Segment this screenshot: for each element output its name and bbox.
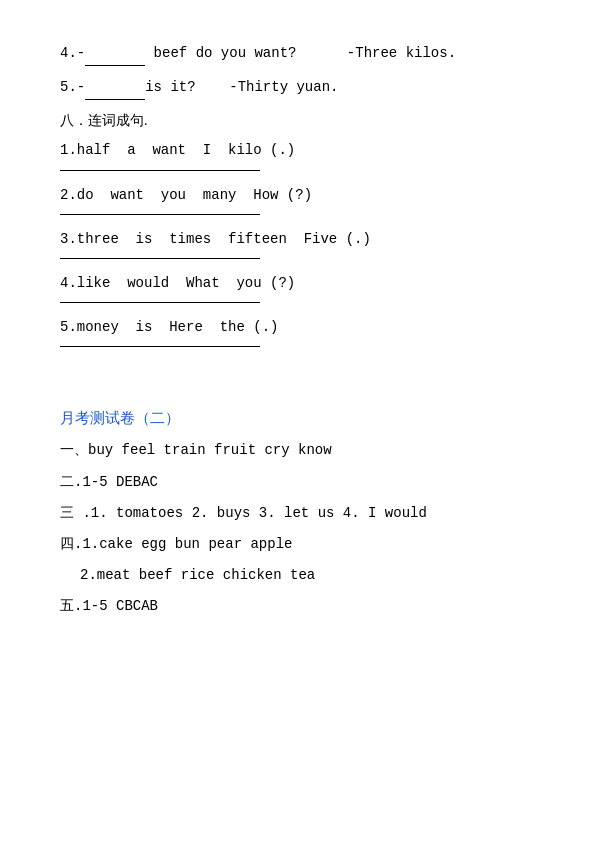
er-text: 1-5 DEBAC bbox=[82, 474, 158, 490]
q5-text: 5.- is it? -Thirty yuan. bbox=[60, 74, 535, 100]
item-4-words: 4.like would What you (?) bbox=[60, 271, 535, 296]
si-text2: 2.meat beef rice chicken tea bbox=[80, 567, 315, 583]
item-3-words: 3.three is times fifteen Five (.) bbox=[60, 227, 535, 252]
item-4-answer-line bbox=[60, 302, 260, 303]
san-label: 三 . bbox=[60, 505, 91, 521]
answer-yi: 一、buy feel train fruit cry know bbox=[60, 438, 535, 463]
item-2-words: 2.do want you many How (?) bbox=[60, 183, 535, 208]
section8-title: 八．连词成句. bbox=[60, 112, 535, 130]
item-1-words: 1.half a want I kilo (.) bbox=[60, 138, 535, 163]
item-1-answer-line bbox=[60, 170, 260, 171]
yi-label: 一、 bbox=[60, 442, 88, 458]
er-label: 二. bbox=[60, 474, 82, 490]
item-4: 4.like would What you (?) bbox=[60, 271, 535, 303]
wu-label: 五. bbox=[60, 598, 82, 614]
san-text: 1. tomatoes 2. buys 3. let us 4. I would bbox=[91, 505, 427, 521]
q5-blank bbox=[85, 74, 145, 100]
si-text1: 1.cake egg bun pear apple bbox=[82, 536, 292, 552]
item-5-answer-line bbox=[60, 346, 260, 347]
item-1: 1.half a want I kilo (.) bbox=[60, 138, 535, 170]
q4-blank bbox=[85, 40, 145, 66]
item-3: 3.three is times fifteen Five (.) bbox=[60, 227, 535, 259]
wu-text: 1-5 CBCAB bbox=[82, 598, 158, 614]
answer-si-2: 2.meat beef rice chicken tea bbox=[60, 563, 535, 588]
item-2-answer-line bbox=[60, 214, 260, 215]
answer-er: 二.1-5 DEBAC bbox=[60, 470, 535, 495]
q4-text: 4.- beef do you want? -Three kilos. bbox=[60, 40, 535, 66]
question-5: 5.- is it? -Thirty yuan. bbox=[60, 74, 535, 100]
spacer bbox=[60, 359, 535, 389]
item-5: 5.money is Here the (.) bbox=[60, 315, 535, 347]
item-5-words: 5.money is Here the (.) bbox=[60, 315, 535, 340]
item-2: 2.do want you many How (?) bbox=[60, 183, 535, 215]
item-3-answer-line bbox=[60, 258, 260, 259]
answer-san: 三 .1. tomatoes 2. buys 3. let us 4. I wo… bbox=[60, 501, 535, 526]
si-label: 四. bbox=[60, 536, 82, 552]
answer-wu: 五.1-5 CBCAB bbox=[60, 594, 535, 619]
yi-text: buy feel train fruit cry know bbox=[88, 442, 332, 458]
answer-si: 四.1.cake egg bun pear apple bbox=[60, 532, 535, 557]
question-4: 4.- beef do you want? -Three kilos. bbox=[60, 40, 535, 66]
answer-section-title: 月考测试卷（二） bbox=[60, 409, 535, 428]
